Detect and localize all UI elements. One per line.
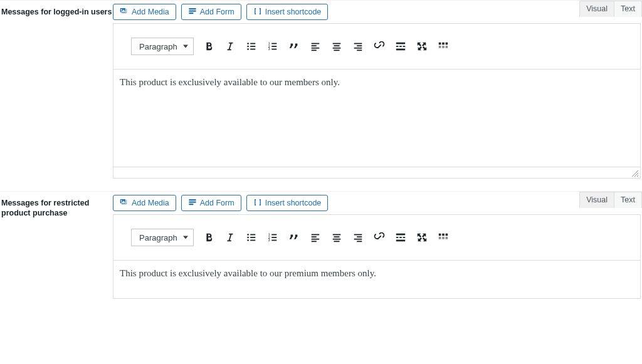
editor-toolbar: Paragraph 123 [113, 24, 640, 70]
svg-rect-36 [250, 234, 255, 236]
toolbar-toggle-button[interactable] [437, 40, 450, 53]
svg-rect-53 [333, 239, 341, 240]
fullscreen-button[interactable] [416, 231, 428, 244]
visual-tab[interactable]: Visual [579, 1, 614, 17]
bullet-list-button[interactable] [245, 231, 258, 244]
svg-rect-68 [442, 237, 445, 239]
svg-rect-50 [312, 241, 317, 242]
svg-rect-21 [357, 45, 362, 46]
italic-button[interactable] [224, 40, 236, 53]
field-label-logged-in: Messages for logged-in users [0, 1, 113, 23]
svg-rect-54 [334, 241, 340, 242]
editor-status-bar [113, 167, 641, 179]
svg-rect-52 [334, 236, 340, 237]
svg-rect-23 [357, 49, 362, 51]
format-select[interactable]: Paragraph [131, 38, 194, 55]
svg-rect-31 [446, 43, 448, 45]
svg-rect-20 [354, 43, 362, 44]
svg-rect-51 [333, 234, 341, 236]
svg-rect-22 [354, 48, 362, 49]
visual-tab[interactable]: Visual [579, 192, 614, 208]
svg-point-39 [247, 239, 249, 241]
svg-rect-49 [312, 239, 320, 240]
fullscreen-button[interactable] [416, 40, 428, 53]
svg-rect-30 [442, 43, 445, 45]
svg-rect-13 [312, 45, 317, 46]
svg-rect-42 [271, 234, 276, 236]
insert-shortcode-button[interactable]: Insert shortcode [246, 4, 329, 20]
align-center-button[interactable] [330, 40, 343, 53]
svg-rect-69 [446, 237, 448, 239]
svg-point-2 [247, 46, 249, 48]
svg-rect-66 [446, 234, 448, 236]
svg-rect-15 [312, 49, 317, 51]
svg-point-0 [247, 43, 249, 44]
shortcode-icon [253, 198, 262, 209]
add-media-label: Add Media [132, 199, 169, 207]
svg-rect-29 [439, 43, 441, 45]
svg-rect-12 [312, 43, 320, 44]
add-media-button[interactable]: Add Media [113, 4, 176, 20]
svg-rect-28 [396, 49, 405, 51]
add-media-button[interactable]: Add Media [113, 195, 176, 211]
svg-rect-32 [439, 46, 441, 48]
svg-point-35 [247, 234, 249, 236]
add-form-button[interactable]: Add Form [181, 4, 241, 20]
italic-button[interactable] [224, 231, 236, 244]
svg-rect-55 [354, 234, 362, 236]
svg-rect-1 [250, 43, 255, 44]
svg-rect-11 [271, 49, 276, 50]
svg-rect-38 [250, 237, 255, 238]
svg-rect-65 [442, 234, 445, 236]
svg-rect-59 [396, 234, 405, 236]
svg-text:3: 3 [268, 47, 270, 51]
text-tab[interactable]: Text [614, 1, 642, 17]
toolbar-toggle-button[interactable] [437, 231, 450, 244]
svg-rect-62 [403, 237, 406, 238]
svg-rect-60 [396, 237, 399, 238]
editor-container: Paragraph 123 This product is exclusivel… [113, 214, 641, 299]
insert-shortcode-button[interactable]: Insert shortcode [246, 195, 329, 211]
form-icon [188, 198, 197, 209]
editor-content[interactable]: This product is exclusively available to… [113, 70, 640, 167]
editor-container: Paragraph 123 This product is exclusivel… [113, 23, 641, 167]
svg-rect-46 [271, 240, 276, 241]
svg-rect-19 [334, 49, 340, 51]
blockquote-button[interactable] [288, 40, 300, 53]
svg-rect-27 [403, 46, 406, 47]
read-more-button[interactable] [394, 40, 407, 53]
numbered-list-button[interactable]: 123 [266, 40, 279, 53]
blockquote-button[interactable] [288, 231, 300, 244]
svg-rect-7 [271, 43, 276, 44]
align-left-button[interactable] [309, 231, 322, 244]
media-icon [120, 7, 129, 18]
svg-rect-63 [396, 240, 405, 242]
format-select[interactable]: Paragraph [131, 229, 194, 246]
align-right-button[interactable] [352, 40, 364, 53]
bold-button[interactable] [203, 231, 215, 244]
read-more-button[interactable] [394, 231, 407, 244]
svg-text:3: 3 [268, 238, 270, 242]
svg-rect-61 [399, 237, 402, 238]
shortcode-icon [253, 7, 262, 18]
align-left-button[interactable] [309, 40, 322, 53]
svg-point-37 [247, 237, 249, 239]
form-icon [188, 7, 197, 18]
resize-handle-icon[interactable] [631, 170, 639, 177]
bullet-list-button[interactable] [245, 40, 258, 53]
svg-rect-14 [312, 48, 320, 49]
align-right-button[interactable] [352, 231, 364, 244]
add-form-label: Add Form [200, 8, 234, 16]
align-center-button[interactable] [330, 231, 343, 244]
editor-content[interactable]: This product is exclusively available to… [113, 261, 640, 298]
add-form-button[interactable]: Add Form [181, 195, 241, 211]
bold-button[interactable] [203, 40, 215, 53]
numbered-list-button[interactable]: 123 [266, 231, 279, 244]
svg-rect-25 [396, 46, 399, 47]
text-tab[interactable]: Text [614, 192, 642, 208]
svg-rect-40 [250, 240, 255, 241]
svg-rect-16 [333, 43, 341, 44]
link-button[interactable] [373, 40, 386, 53]
media-icon [120, 198, 129, 209]
link-button[interactable] [373, 231, 386, 244]
